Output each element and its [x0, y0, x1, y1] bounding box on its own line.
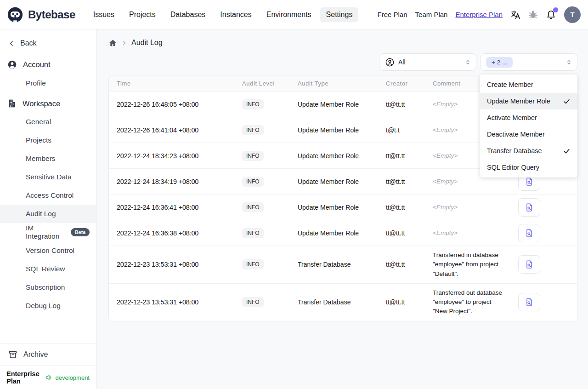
- col-creator: Creator: [386, 80, 433, 87]
- sidebar-item-label: Members: [26, 154, 56, 163]
- beta-badge: Beta: [71, 228, 90, 236]
- menu-item-transfer-database[interactable]: Transfer Database: [480, 143, 577, 159]
- sidebar-item-version-control[interactable]: Version Control: [0, 241, 96, 260]
- archive-button[interactable]: Archive: [0, 343, 96, 366]
- bytebase-logo[interactable]: Bytebase: [6, 6, 75, 23]
- archive-icon: [8, 350, 17, 359]
- nav-environments[interactable]: Environments: [260, 7, 317, 22]
- cell-audit-type: Transfer Database: [298, 298, 386, 306]
- breadcrumb: Audit Log: [108, 37, 577, 49]
- level-badge: INFO: [242, 151, 264, 161]
- sidebar-item-label: General: [26, 118, 51, 126]
- nav-projects[interactable]: Projects: [123, 7, 162, 22]
- cell-audit-type: Update Member Role: [298, 152, 386, 160]
- person-circle-icon: [385, 57, 395, 67]
- audit-type-dropdown-menu: Create Member Update Member Role Activat…: [480, 74, 577, 177]
- translate-icon[interactable]: [510, 10, 520, 20]
- menu-item-sql-editor-query[interactable]: SQL Editor Query: [480, 159, 577, 176]
- sidebar-item-label: Sensitive Data: [26, 173, 72, 181]
- view-log-detail-button[interactable]: [518, 255, 540, 274]
- sidebar-item-profile[interactable]: Profile: [0, 74, 96, 92]
- building-icon: [7, 99, 17, 108]
- menu-item-create-member[interactable]: Create Member: [480, 76, 577, 93]
- plan-status-bar: Enterprise Plan development: [0, 366, 96, 389]
- speaker-icon: [45, 374, 53, 381]
- cell-time: 2022-12-24 16:36:41 +08:00: [109, 204, 242, 211]
- sidebar-item-sql-review[interactable]: SQL Review: [0, 260, 96, 278]
- sidebar-item-members[interactable]: Members: [0, 149, 96, 168]
- sidebar-item-label: Version Control: [26, 246, 74, 255]
- sidebar-nav: Back Account Profile: [0, 29, 96, 343]
- notifications-bell-icon[interactable]: [546, 9, 556, 20]
- sidebar-item-subscription[interactable]: Subscription: [0, 278, 96, 297]
- sidebar-item-debug-log[interactable]: Debug Log: [0, 297, 96, 315]
- chevron-up-down-icon: [565, 59, 572, 66]
- home-icon[interactable]: [108, 39, 117, 47]
- creator-filter-value: All: [398, 58, 406, 66]
- chevron-right-icon: [121, 40, 127, 46]
- cell-time: 2022-12-24 16:36:38 +08:00: [109, 229, 242, 237]
- cell-time: 2022-12-26 16:41:04 +08:00: [109, 126, 242, 134]
- sidebar-item-audit-log[interactable]: Audit Log: [0, 205, 96, 223]
- cell-comment: Transferred out database "employee" to p…: [433, 284, 507, 321]
- sidebar-item-label: IM Integration: [26, 224, 67, 240]
- cell-creator: tt@tt.tt: [386, 204, 433, 211]
- nav-issues[interactable]: Issues: [87, 7, 120, 22]
- view-log-detail-button[interactable]: [518, 198, 540, 217]
- cell-audit-type: Transfer Database: [298, 261, 386, 268]
- table-row: 2022-12-24 16:36:41 +08:00 INFO Update M…: [109, 194, 577, 220]
- sidebar-item-access-control[interactable]: Access Control: [0, 186, 96, 205]
- col-audit-level: Audit Level: [242, 80, 298, 87]
- current-plan-label: Enterprise Plan: [6, 370, 43, 385]
- bytebase-logo-icon: [6, 6, 24, 23]
- menu-item-update-member-role[interactable]: Update Member Role: [480, 93, 577, 109]
- sidebar-item-label: Profile: [26, 79, 46, 87]
- cell-creator: tt@tt.tt: [386, 229, 433, 237]
- view-log-detail-button[interactable]: [518, 224, 540, 242]
- creator-filter-select[interactable]: All: [379, 53, 476, 71]
- nav-instances[interactable]: Instances: [214, 7, 257, 22]
- back-button[interactable]: Back: [0, 35, 96, 53]
- level-badge: INFO: [242, 202, 264, 212]
- cell-creator: tt@tt.tt: [386, 261, 433, 268]
- brand-name: Bytebase: [28, 8, 75, 21]
- nav-databases[interactable]: Databases: [164, 7, 212, 22]
- table-row: 2022-12-23 13:53:31 +08:00 INFO Transfer…: [109, 246, 577, 284]
- sidebar-item-sensitive-data[interactable]: Sensitive Data: [0, 168, 96, 186]
- cell-time: 2022-12-24 18:34:23 +08:00: [109, 152, 242, 160]
- sidebar-item-general[interactable]: General: [0, 113, 96, 131]
- level-badge: INFO: [242, 259, 264, 269]
- level-badge: INFO: [242, 297, 264, 307]
- menu-item-label: Deactivate Member: [487, 131, 545, 138]
- table-row: 2022-12-24 16:36:38 +08:00 INFO Update M…: [109, 220, 577, 246]
- cell-audit-type: Update Member Role: [298, 229, 386, 237]
- level-badge: INFO: [242, 125, 264, 135]
- table-row: 2022-12-23 13:53:31 +08:00 INFO Transfer…: [109, 284, 577, 321]
- sidebar-item-label: Debug Log: [26, 302, 61, 310]
- team-plan-link[interactable]: Team Plan: [415, 11, 448, 18]
- cell-creator: tt@tt.tt: [386, 298, 433, 306]
- notification-dot: [553, 7, 558, 12]
- audit-type-filter-select[interactable]: + 2 ...: [480, 53, 577, 71]
- cell-audit-type: Update Member Role: [298, 126, 386, 134]
- sidebar-item-label: Projects: [26, 136, 51, 144]
- cell-comment: <Empty>: [433, 178, 507, 185]
- nav-settings[interactable]: Settings: [320, 7, 359, 22]
- free-plan-link[interactable]: Free Plan: [378, 11, 407, 18]
- sidebar-item-projects[interactable]: Projects: [0, 131, 96, 149]
- enterprise-plan-link[interactable]: Enterprise Plan: [455, 11, 503, 18]
- cell-comment: <Empty>: [433, 204, 507, 211]
- menu-item-activate-member[interactable]: Activate Member: [480, 109, 577, 126]
- bug-report-icon[interactable]: [528, 10, 538, 19]
- menu-item-deactivate-member[interactable]: Deactivate Member: [480, 126, 577, 143]
- sidebar-item-im-integration[interactable]: IM Integration Beta: [0, 223, 96, 241]
- user-avatar[interactable]: T: [564, 6, 581, 23]
- col-time: Time: [109, 80, 242, 87]
- view-log-detail-button[interactable]: [518, 293, 540, 311]
- workspace-section-label: Workspace: [23, 99, 60, 108]
- section-workspace: Workspace: [0, 94, 96, 113]
- breadcrumb-current: Audit Log: [131, 39, 163, 47]
- menu-item-label: SQL Editor Query: [487, 164, 539, 171]
- environment-badge: development: [56, 374, 90, 381]
- chevron-left-icon: [8, 40, 15, 47]
